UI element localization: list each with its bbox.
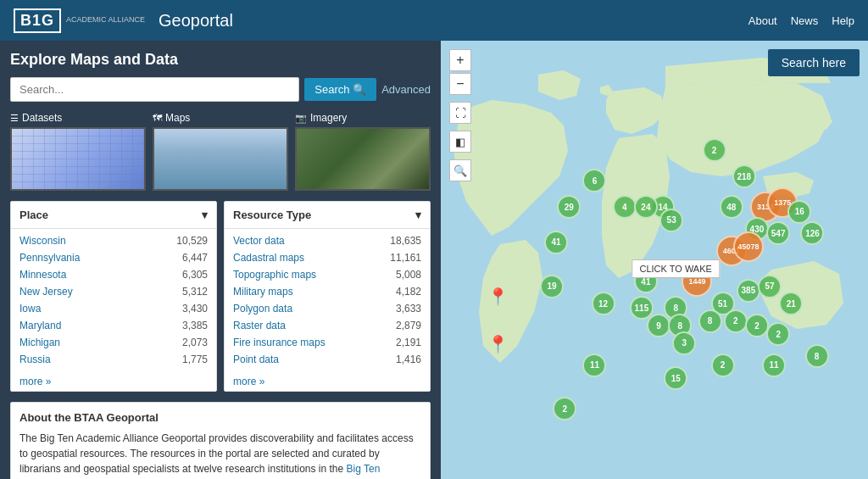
about-para1: The Big Ten Academic Alliance Geoportal … <box>19 431 421 479</box>
list-item: New Jersey5,312 <box>11 283 216 300</box>
maps-thumb <box>153 127 288 191</box>
map-cluster-24[interactable]: 385 <box>737 279 760 303</box>
list-item: Pennsylvania6,447 <box>11 249 216 266</box>
map-cluster-30[interactable]: 3 <box>672 331 696 355</box>
explore-title: Explore Maps and Data <box>10 51 431 69</box>
about-panel: About the BTAA Geoportal The Big Ten Aca… <box>10 402 431 479</box>
place-facet-panel: Place ▾ Wisconsin10,529 Pennsylvania6,44… <box>10 201 217 392</box>
map-cluster-25[interactable]: 57 <box>758 275 782 298</box>
resource-item-7[interactable]: Point data <box>233 354 279 365</box>
btaa-link[interactable]: Big Ten Academic Alliance <box>19 463 380 479</box>
map-cluster-32[interactable]: 2 <box>724 309 748 333</box>
map-cluster-18[interactable]: 19 <box>540 275 564 298</box>
list-item: Maryland3,385 <box>11 317 216 334</box>
resource-item-1[interactable]: Cadastral maps <box>233 252 304 264</box>
search-map-button[interactable]: 🔍 <box>449 159 471 181</box>
place-more: more » <box>11 371 216 391</box>
right-panel: + − ⛶ ◧ 🔍 Search here <box>441 41 868 479</box>
resource-item-3[interactable]: Military maps <box>233 286 293 298</box>
place-item-7[interactable]: Russia <box>19 354 51 365</box>
resource-item-5[interactable]: Raster data <box>233 320 286 331</box>
map-cluster-3[interactable]: 4 <box>613 195 637 219</box>
map-cluster-5[interactable]: 53 <box>659 209 683 232</box>
list-item: Vector data18,635 <box>225 232 430 249</box>
list-item: Cadastral maps11,161 <box>225 249 430 266</box>
list-item: Wisconsin10,529 <box>11 232 216 249</box>
map-cluster-14[interactable]: 41 <box>544 231 568 254</box>
maps-icon: 🗺 <box>153 113 162 123</box>
nav-news[interactable]: News <box>791 14 819 27</box>
zoom-in-button[interactable]: + <box>449 49 471 71</box>
list-item: Michigan2,073 <box>11 334 216 351</box>
resource-facet-title: Resource Type <box>233 209 311 221</box>
map-cluster-37[interactable]: 2 <box>711 354 735 377</box>
main-layout: Explore Maps and Data Search 🔍 Advanced … <box>0 41 868 479</box>
place-item-4[interactable]: Iowa <box>19 303 41 315</box>
zoom-out-button[interactable]: − <box>449 73 471 95</box>
layers-button[interactable]: ◧ <box>449 131 471 153</box>
place-item-3[interactable]: New Jersey <box>19 286 73 298</box>
search-input[interactable] <box>10 77 299 102</box>
place-facet-chevron: ▾ <box>202 209 208 221</box>
search-button[interactable]: Search 🔍 <box>304 78 376 101</box>
world-map <box>441 41 868 479</box>
facets-row: Place ▾ Wisconsin10,529 Pennsylvania6,44… <box>10 201 431 392</box>
search-here-button[interactable]: Search here <box>768 49 860 76</box>
place-item-0[interactable]: Wisconsin <box>19 235 66 247</box>
map-cluster-33[interactable]: 2 <box>745 314 769 337</box>
place-item-6[interactable]: Michigan <box>19 337 60 348</box>
place-item-1[interactable]: Pennsylvania <box>19 252 80 264</box>
resource-item-0[interactable]: Vector data <box>233 235 285 247</box>
resource-facet-header: Resource Type ▾ <box>225 202 430 229</box>
map-cluster-31[interactable]: 8 <box>698 309 722 333</box>
resource-item-2[interactable]: Topographic maps <box>233 269 316 281</box>
resource-more: more » <box>225 371 430 391</box>
place-facet-header: Place ▾ <box>11 202 216 229</box>
imagery-thumb <box>295 127 431 191</box>
list-item: Military maps4,182 <box>225 283 430 300</box>
search-row: Search 🔍 Advanced <box>10 77 431 102</box>
resource-facet-list: Vector data18,635 Cadastral maps11,161 T… <box>225 229 430 371</box>
map-pin-0[interactable]: 📍 <box>487 287 509 307</box>
nav-about[interactable]: About <box>748 14 777 27</box>
imagery-label: Imagery <box>310 112 347 124</box>
map-controls: + − ⛶ ◧ 🔍 <box>449 49 471 181</box>
place-item-5[interactable]: Maryland <box>19 320 61 331</box>
map-cluster-28[interactable]: 9 <box>647 314 670 337</box>
map-cluster-19[interactable]: 12 <box>592 292 615 315</box>
category-datasets[interactable]: ☰ Datasets <box>10 112 146 191</box>
header: B1G ACADEMIC ALLIANCE Geoportal About Ne… <box>0 0 868 41</box>
place-facet-list: Wisconsin10,529 Pennsylvania6,447 Minnes… <box>11 229 216 371</box>
map-cluster-39[interactable]: 8 <box>805 344 829 368</box>
nav-help[interactable]: Help <box>832 14 854 27</box>
advanced-link[interactable]: Advanced <box>381 83 431 96</box>
category-imagery[interactable]: 📷 Imagery <box>295 112 431 191</box>
resource-item-6[interactable]: Fire insurance maps <box>233 337 326 348</box>
map-cluster-7[interactable]: 218 <box>732 164 756 188</box>
map-cluster-12[interactable]: 16 <box>787 200 811 224</box>
resource-more-link[interactable]: more » <box>233 376 264 387</box>
map-cluster-1[interactable]: 2 <box>703 138 726 162</box>
logo[interactable]: B1G ACADEMIC ALLIANCE <box>14 8 145 33</box>
about-title: About the BTAA Geoportal <box>19 411 421 424</box>
list-item: Iowa3,430 <box>11 300 216 317</box>
place-item-2[interactable]: Minnesota <box>19 269 66 281</box>
category-maps[interactable]: 🗺 Maps <box>153 112 288 191</box>
list-item: Fire insurance maps2,191 <box>225 334 430 351</box>
header-nav: About News Help <box>748 14 854 27</box>
fullscreen-button[interactable]: ⛶ <box>449 102 471 124</box>
category-row: ☰ Datasets 🗺 Maps 📷 Imager <box>10 112 431 191</box>
logo-subtitle: ACADEMIC ALLIANCE <box>66 16 145 25</box>
map-cluster-6[interactable]: 48 <box>720 195 743 219</box>
list-item: Minnesota6,305 <box>11 266 216 283</box>
imagery-icon: 📷 <box>295 113 307 124</box>
list-item: Russia1,775 <box>11 351 216 368</box>
map-pin-1[interactable]: 📍 <box>487 334 509 354</box>
resource-item-4[interactable]: Polygon data <box>233 303 292 315</box>
resource-facet-panel: Resource Type ▾ Vector data18,635 Cadast… <box>224 201 431 392</box>
list-item: Polygon data3,633 <box>225 300 430 317</box>
map-cluster-35[interactable]: 11 <box>582 354 606 377</box>
map-cluster-38[interactable]: 11 <box>762 354 786 377</box>
place-more-link[interactable]: more » <box>19 376 51 387</box>
map-cluster-16[interactable]: 45078 <box>733 231 764 262</box>
